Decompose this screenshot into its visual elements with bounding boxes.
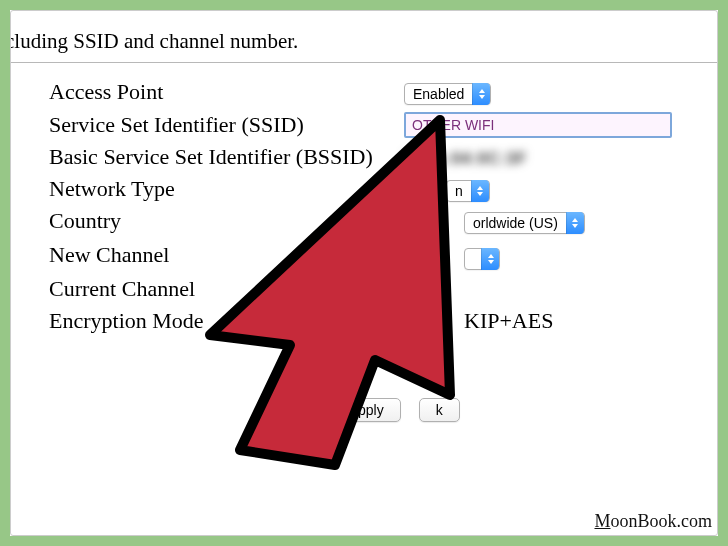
label-current-channel: Current Channel: [49, 276, 404, 302]
row-access-point: Access Point Enabled: [11, 79, 717, 105]
encryption-mode-value: KIP+AES: [464, 308, 553, 333]
new-channel-select[interactable]: [464, 248, 500, 270]
watermark-text: oonBook.com: [611, 511, 713, 531]
label-new-channel: New Channel: [49, 242, 404, 268]
ssid-input[interactable]: [404, 112, 672, 138]
back-button[interactable]: k: [419, 398, 460, 422]
access-point-select-value: Enabled: [405, 86, 472, 102]
network-type-select-value: n: [447, 183, 471, 199]
country-select-value: orldwide (US): [465, 215, 566, 231]
label-encryption-mode: Encryption Mode: [49, 308, 404, 334]
row-country: Country orldwide (US): [11, 208, 717, 234]
watermark: MoonBook.com: [594, 511, 712, 532]
label-access-point: Access Point: [49, 79, 404, 105]
apply-button-label: pply: [358, 402, 384, 418]
network-type-select[interactable]: n: [446, 180, 490, 202]
row-current-channel: Current Channel: [11, 276, 717, 302]
row-network-type: Network Type n: [11, 176, 717, 202]
chevron-updown-icon: [481, 248, 499, 270]
button-row: pply k: [11, 398, 717, 422]
access-point-select[interactable]: Enabled: [404, 83, 491, 105]
settings-panel: cluding SSID and channel number. Access …: [11, 11, 717, 535]
row-encryption-mode: Encryption Mode KIP+AES: [11, 308, 717, 334]
label-ssid: Service Set Identifier (SSID): [49, 112, 404, 138]
label-network-type: Network Type: [49, 176, 404, 202]
row-bssid: Basic Service Set Identifier (BSSID) 7:B…: [11, 144, 717, 170]
back-button-label: k: [436, 402, 443, 418]
row-ssid: Service Set Identifier (SSID): [11, 111, 717, 138]
row-new-channel: New Channel: [11, 240, 717, 270]
bssid-value-blurred: 7:BA:04:0C:3F: [404, 150, 527, 167]
chevron-updown-icon: [471, 180, 489, 202]
chevron-updown-icon: [472, 83, 490, 105]
country-select[interactable]: orldwide (US): [464, 212, 585, 234]
apply-button[interactable]: pply: [341, 398, 401, 422]
chevron-updown-icon: [566, 212, 584, 234]
header-description-fragment: cluding SSID and channel number.: [5, 29, 717, 54]
label-country: Country: [49, 208, 404, 234]
label-bssid: Basic Service Set Identifier (BSSID): [49, 144, 404, 170]
section-divider: [11, 62, 717, 63]
